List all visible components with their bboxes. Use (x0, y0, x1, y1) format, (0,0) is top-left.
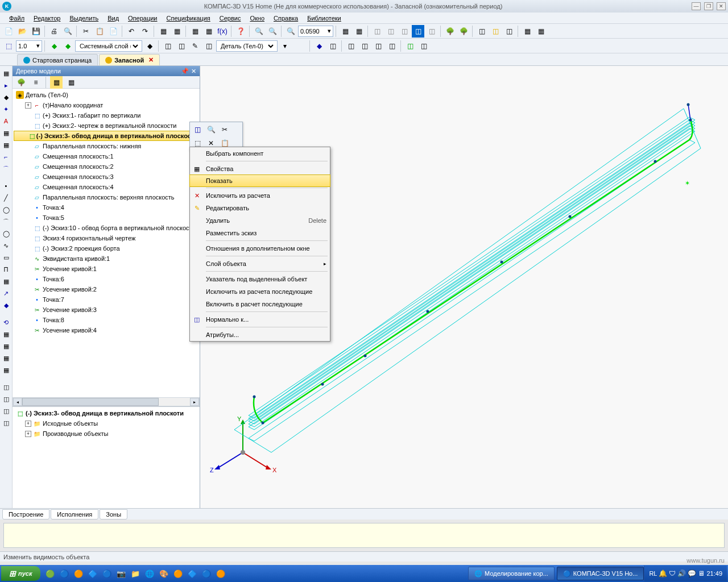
ctx-attrs[interactable]: Атрибуты... (190, 329, 330, 341)
tray-time[interactable]: 21:49 (706, 570, 722, 577)
tray-2-icon[interactable]: 🛡 (669, 569, 676, 577)
box2-icon[interactable]: ◫ (384, 25, 397, 38)
vt-a-icon[interactable]: A (1, 116, 11, 126)
tree-item[interactable]: ⬚(-) Эскиз:2 проекция борта (14, 243, 198, 253)
menu-spec[interactable]: Спецификация (163, 14, 214, 23)
c5-icon[interactable]: ◫ (372, 40, 384, 52)
tree-item-selected[interactable]: ⬚(-) Эскиз:3- обвод днища в вертикальной… (14, 131, 198, 141)
vt-23-icon[interactable]: ▦ (1, 365, 11, 375)
part-select[interactable]: Деталь (Тел-0) (216, 40, 278, 52)
ft-3-icon[interactable]: ✂ (218, 123, 231, 136)
menu-operations[interactable]: Операции (125, 14, 160, 23)
vt-11-icon[interactable]: ⌒ (1, 217, 11, 227)
vt-1-icon[interactable]: ▸ (1, 80, 11, 90)
vt-21-icon[interactable]: ▦ (1, 341, 11, 351)
vt-13-icon[interactable]: ∿ (1, 240, 11, 251)
tree-close-icon[interactable]: ✕ (191, 68, 196, 75)
zoomin-icon[interactable]: 🔍 (266, 25, 279, 38)
tree-detail-der[interactable]: +📁Производные объекты (14, 429, 198, 439)
ctx-relations[interactable]: Отношения в дополнительном окне (190, 242, 330, 255)
tree-item[interactable]: •Точка:7 (14, 294, 198, 305)
close-button[interactable]: ✕ (717, 2, 726, 10)
layer1-icon[interactable]: ◆ (48, 40, 60, 52)
tree-item[interactable]: ⬚(+) Эскиз:2- чертеж в вертикальной плос… (14, 120, 198, 131)
paste-icon[interactable]: 📄 (107, 25, 119, 38)
tree-item[interactable]: •Точка:4 (14, 202, 198, 213)
tree-item[interactable]: ✂Усечение кривой:2 (14, 284, 198, 294)
vt-10-icon[interactable]: ◯ (1, 205, 11, 215)
a5-icon[interactable]: ▦ (535, 25, 547, 38)
c1-icon[interactable]: ◆ (313, 40, 325, 52)
ctx-show[interactable]: Показать (189, 174, 330, 187)
tree-view1-icon[interactable]: 🌳 (15, 76, 27, 89)
help-icon[interactable]: ❓ (234, 25, 247, 38)
undo-icon[interactable]: ↶ (125, 25, 138, 38)
tree-item[interactable]: ∿Эквидистанта кривой:1 (14, 253, 198, 264)
tab-start[interactable]: Стартовая страница (17, 54, 98, 65)
ql-10-icon[interactable]: 🟠 (172, 567, 184, 580)
ql-7-icon[interactable]: 📁 (129, 567, 142, 580)
tab-build[interactable]: Построение (2, 509, 49, 519)
task-chrome[interactable]: 🌐 Моделирование кор... (468, 567, 555, 580)
tree-item[interactable]: •Точка:6 (14, 274, 198, 284)
menu-tools[interactable]: Сервис (216, 14, 245, 23)
tray-3-icon[interactable]: 🔊 (677, 569, 686, 577)
tree-icon[interactable]: 🌳 (444, 25, 456, 38)
tree-item[interactable]: ▱Параллельная плоскость: верхняя плоскос… (14, 192, 198, 202)
ql-6-icon[interactable]: 📷 (115, 567, 127, 580)
vt-8-icon[interactable]: • (1, 181, 11, 191)
c3-icon[interactable]: ◫ (345, 40, 357, 52)
a3-icon[interactable]: ◫ (503, 25, 515, 38)
view1-icon[interactable]: ▦ (339, 25, 351, 38)
c8-icon[interactable]: ◫ (417, 40, 430, 52)
ql-5-icon[interactable]: 🔵 (101, 567, 113, 580)
start-button[interactable]: пуск (1, 566, 40, 581)
tree-item[interactable]: ⬚(-) Эскиз:10 - обвод борта в вертикальн… (14, 223, 198, 233)
vt-4-icon[interactable]: ▦ (1, 128, 11, 138)
b3-icon[interactable]: ✎ (189, 40, 201, 52)
tool1-icon[interactable]: ▦ (157, 25, 169, 38)
menu-view[interactable]: Вид (104, 14, 122, 23)
tab-active[interactable]: Запасной ✕ (99, 54, 160, 65)
menu-help[interactable]: Справка (270, 14, 301, 23)
tree-item[interactable]: +⌐(т)Начало координат (14, 100, 198, 110)
a1-icon[interactable]: ◫ (475, 25, 488, 38)
box1-icon[interactable]: ◫ (371, 25, 383, 38)
c2-icon[interactable]: ◫ (326, 40, 339, 52)
b2-icon[interactable]: ◫ (175, 40, 188, 52)
tree-item[interactable]: •Точка:8 (14, 315, 198, 325)
ctx-excl-next[interactable]: Исключить из расчета последующие (190, 285, 330, 298)
box4-icon[interactable]: ◫ (412, 25, 424, 38)
vt-25-icon[interactable]: ◫ (1, 394, 11, 404)
tree-view3-icon[interactable]: ▦ (50, 76, 63, 89)
view2-icon[interactable]: ▦ (353, 25, 365, 38)
menu-window[interactable]: Окно (246, 14, 268, 23)
tray-lang[interactable]: RL (649, 570, 657, 577)
tree-hscroll[interactable]: ◂▸ (13, 397, 200, 406)
tree-item[interactable]: ▱Параллельная плоскость: нижняя (14, 141, 198, 151)
tree-item[interactable]: ▱Смещенная плоскость:4 (14, 182, 198, 192)
tree-item[interactable]: ▱Смещенная плоскость:1 (14, 151, 198, 161)
ft-1-icon[interactable]: ◫ (191, 123, 204, 136)
a2-icon[interactable]: ◫ (489, 25, 502, 38)
ql-11-icon[interactable]: 🔷 (186, 567, 198, 580)
vt-6-icon[interactable]: ⌐ (1, 152, 11, 162)
vt-15-icon[interactable]: Π (1, 264, 11, 275)
tree-list[interactable]: ◈Деталь (Тел-0) +⌐(т)Начало координат ⬚(… (13, 89, 200, 397)
ft-2-icon[interactable]: 🔍 (205, 123, 217, 136)
tray-4-icon[interactable]: 💬 (688, 569, 696, 577)
tree-view4-icon[interactable]: ▦ (65, 76, 77, 89)
tray-5-icon[interactable]: 🖥 (698, 569, 705, 577)
tool2-icon[interactable]: ▦ (171, 25, 183, 38)
tree2-icon[interactable]: 🌳 (457, 25, 470, 38)
b5-icon[interactable]: ▾ (279, 40, 291, 52)
vt-14-icon[interactable]: ▭ (1, 252, 11, 263)
tab-zones[interactable]: Зоны (100, 509, 127, 519)
vt-7-icon[interactable]: ⌒ (1, 164, 11, 174)
c7-icon[interactable]: ◫ (404, 40, 416, 52)
layer2-icon[interactable]: ◆ (61, 40, 74, 52)
cut-icon[interactable]: ✂ (80, 25, 92, 38)
vt-2-icon[interactable]: ◆ (1, 92, 11, 102)
redo-icon[interactable]: ↷ (139, 25, 151, 38)
b4-icon[interactable]: ◫ (202, 40, 215, 52)
